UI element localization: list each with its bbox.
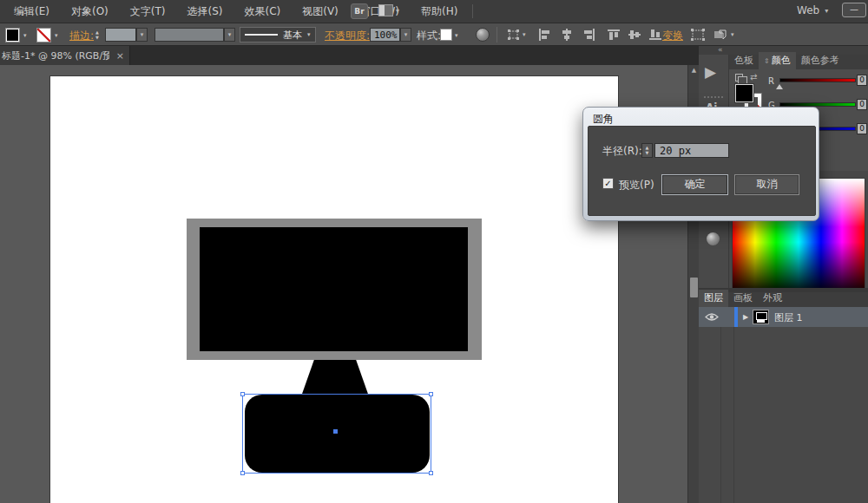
red-slider-label: R bbox=[768, 76, 774, 86]
stroke-weight-stepper[interactable]: ▲ ▼ bbox=[95, 28, 99, 42]
menu-type[interactable]: 文字(T) bbox=[122, 1, 174, 23]
fill-proxy-swatch[interactable] bbox=[735, 84, 753, 102]
layer-row[interactable]: ▶ 图层 1 bbox=[699, 307, 868, 327]
align-vertical-top-button[interactable] bbox=[608, 29, 620, 41]
align-horizontal-center-button[interactable] bbox=[561, 29, 573, 41]
recolor-artwork-button[interactable] bbox=[476, 28, 490, 42]
width-profile-select[interactable] bbox=[155, 28, 224, 42]
radius-input[interactable]: 20 px bbox=[654, 143, 729, 158]
panel-expand-arrow-icon[interactable]: ▶ bbox=[705, 65, 716, 80]
swap-fill-stroke-icon[interactable]: ⇄ bbox=[750, 72, 757, 82]
scrollbar-thumb[interactable] bbox=[690, 278, 698, 297]
style-dropdown-icon[interactable]: ▾ bbox=[455, 32, 458, 39]
menubar-divider bbox=[472, 4, 473, 18]
align-horizontal-left-button[interactable] bbox=[538, 29, 550, 41]
stepper-down-icon[interactable]: ▼ bbox=[95, 36, 99, 40]
isolate-object-icon bbox=[713, 29, 727, 41]
duplicate-swatch-icon[interactable] bbox=[735, 74, 743, 82]
layers-column-divider bbox=[733, 307, 734, 503]
collapse-panels-icon[interactable]: « bbox=[718, 45, 723, 54]
brush-definition-select[interactable]: 基本 ▾ bbox=[240, 27, 316, 42]
preview-checkbox[interactable]: ✓ bbox=[602, 178, 614, 189]
workspace-label: Web bbox=[797, 4, 819, 16]
layout-grid-icon bbox=[378, 4, 393, 16]
style-label: 样式: bbox=[417, 29, 441, 43]
stroke-weight-dropdown[interactable]: ▾ bbox=[136, 28, 148, 42]
stroke-dropdown-icon[interactable]: ▾ bbox=[55, 32, 58, 39]
chevron-down-icon: ▾ bbox=[523, 31, 526, 38]
selection-handle-top-left[interactable] bbox=[240, 392, 245, 396]
align-horizontal-right-button[interactable] bbox=[583, 29, 595, 41]
visibility-eye-icon[interactable] bbox=[705, 312, 719, 322]
opacity-dropdown[interactable]: ▾ bbox=[400, 28, 411, 42]
menu-object[interactable]: 对象(O) bbox=[63, 1, 116, 23]
layer-disclosure-icon[interactable]: ▶ bbox=[743, 313, 748, 321]
chevron-down-icon: ▾ bbox=[396, 7, 399, 15]
transform-panel-link[interactable]: 变换 bbox=[662, 29, 683, 43]
fill-color-swatch[interactable] bbox=[5, 28, 20, 42]
opacity-panel-link[interactable]: 不透明度: bbox=[325, 29, 370, 43]
document-title: 标题-1* @ 98% (RGB/预览) bbox=[2, 49, 109, 62]
menu-effect[interactable]: 效果(C) bbox=[236, 1, 288, 23]
opacity-field[interactable]: 100% bbox=[370, 28, 400, 42]
width-profile-dropdown[interactable]: ▾ bbox=[224, 28, 235, 42]
color-panel-tabs: 色板 ⇕颜色 颜色参考 bbox=[729, 55, 868, 69]
close-icon[interactable]: × bbox=[116, 50, 124, 62]
tab-layers[interactable]: 图层 bbox=[699, 290, 728, 307]
layers-column-divider bbox=[720, 307, 721, 503]
red-slider-handle[interactable] bbox=[776, 84, 783, 89]
green-value-box[interactable]: 0 bbox=[857, 99, 867, 110]
layers-panel-group: 图层 画板 外观 ▶ 图层 1 bbox=[699, 288, 868, 503]
tab-artboards[interactable]: 画板 bbox=[728, 290, 758, 307]
red-slider-track[interactable] bbox=[779, 78, 856, 82]
menu-select[interactable]: 选择(S) bbox=[179, 1, 230, 23]
control-bar: ▾ ▾ 描边: ▲ ▼ ▾ ▾ 基本 ▾ 不透明度: 100% ▾ 样式: ▾ bbox=[0, 23, 868, 46]
selection-handle-bottom-right[interactable] bbox=[429, 471, 433, 475]
minimize-button[interactable]: — bbox=[842, 3, 866, 17]
chevron-down-icon: ▾ bbox=[141, 31, 144, 38]
menu-view[interactable]: 视图(V) bbox=[294, 1, 346, 23]
bounding-box-icon[interactable] bbox=[691, 29, 705, 41]
stroke-color-swatch[interactable] bbox=[36, 28, 51, 42]
selection-center-anchor[interactable] bbox=[333, 429, 338, 434]
panel-cycle-icon[interactable]: ⇕ bbox=[764, 57, 770, 65]
red-value-box[interactable]: 0 bbox=[857, 75, 867, 86]
basic-brush-line-icon bbox=[245, 34, 278, 36]
stepper-down-icon[interactable]: ▼ bbox=[646, 151, 649, 155]
workspace-switcher[interactable]: Web ▾ bbox=[797, 4, 828, 16]
selection-handle-top-right[interactable] bbox=[429, 392, 433, 396]
document-layout-switcher[interactable]: ▾ bbox=[378, 4, 399, 16]
illustrator-window: 编辑(E) 对象(O) 文字(T) 选择(S) 效果(C) 视图(V) 窗口(W… bbox=[0, 0, 868, 503]
sphere-panel-icon[interactable] bbox=[707, 232, 720, 245]
align-vertical-center-button[interactable] bbox=[628, 29, 641, 41]
layer-name[interactable]: 图层 1 bbox=[774, 311, 803, 324]
document-tab[interactable]: 标题-1* @ 98% (RGB/预览) × bbox=[0, 46, 130, 65]
rounded-corners-dialog[interactable]: 圆角 半径(R): ▲ ▼ 20 px ✓ 预览(P) 确定 取消 bbox=[582, 107, 819, 221]
stroke-panel-link[interactable]: 描边: bbox=[69, 29, 94, 43]
ok-button[interactable]: 确定 bbox=[661, 174, 728, 195]
tab-appearance[interactable]: 外观 bbox=[758, 290, 787, 307]
align-flyout-button[interactable]: ▾ bbox=[507, 29, 526, 41]
bridge-button[interactable]: Br bbox=[351, 3, 368, 19]
menu-help[interactable]: 帮助(H) bbox=[413, 1, 465, 23]
selection-bounding-box[interactable] bbox=[242, 394, 431, 474]
blue-value-box[interactable]: 0 bbox=[857, 123, 867, 134]
align-objects-icon bbox=[507, 29, 520, 41]
fill-dropdown-icon[interactable]: ▾ bbox=[23, 32, 27, 39]
layer-thumbnail[interactable] bbox=[753, 310, 769, 324]
selection-handle-bottom-left[interactable] bbox=[240, 471, 245, 475]
style-swatch[interactable] bbox=[440, 29, 452, 41]
align-vertical-bottom-button[interactable] bbox=[649, 29, 661, 41]
menu-edit[interactable]: 编辑(E) bbox=[6, 1, 57, 23]
tab-swatches[interactable]: 色板 bbox=[729, 52, 759, 69]
radius-stepper[interactable]: ▲ ▼ bbox=[641, 143, 653, 158]
dialog-title: 圆角 bbox=[593, 112, 614, 127]
chevron-down-icon: ▾ bbox=[731, 31, 734, 38]
monitor-screen-shape[interactable] bbox=[200, 227, 468, 351]
stepper-up-icon[interactable]: ▲ bbox=[95, 30, 99, 35]
stroke-weight-field[interactable] bbox=[105, 28, 136, 42]
isolate-object-button[interactable]: ▾ bbox=[713, 29, 734, 41]
tab-color-guide[interactable]: 颜色参考 bbox=[796, 52, 845, 69]
cancel-button[interactable]: 取消 bbox=[734, 174, 799, 195]
tab-color[interactable]: ⇕颜色 bbox=[759, 52, 796, 69]
